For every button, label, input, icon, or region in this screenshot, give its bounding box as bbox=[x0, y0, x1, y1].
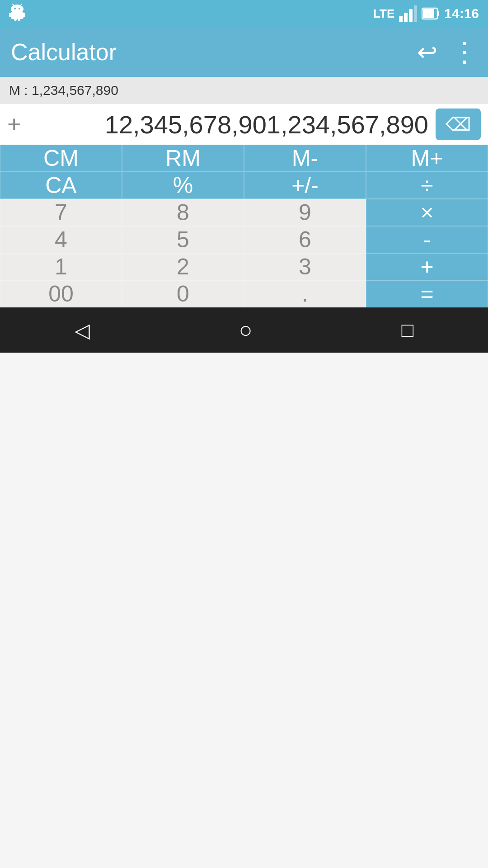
svg-rect-11 bbox=[404, 13, 408, 22]
three-button[interactable]: 3 bbox=[244, 253, 366, 280]
cm-button[interactable]: CM bbox=[0, 145, 122, 172]
home-nav-button[interactable]: ○ bbox=[239, 317, 253, 343]
svg-rect-16 bbox=[423, 9, 434, 18]
backspace-button[interactable]: ⌫ bbox=[436, 108, 481, 140]
lte-label: LTE bbox=[373, 7, 394, 21]
four-button[interactable]: 4 bbox=[0, 226, 122, 253]
status-bar: LTE 14:16 bbox=[0, 0, 488, 27]
app-title: Calculator bbox=[11, 38, 117, 66]
app-bar-actions: ↩ ⋮ bbox=[417, 36, 477, 68]
more-menu-button[interactable]: ⋮ bbox=[451, 36, 477, 68]
battery-icon bbox=[422, 5, 440, 22]
calc-display: + 12,345,678,901,234,567,890 ⌫ bbox=[0, 104, 488, 145]
memory-value: M : 1,234,567,890 bbox=[9, 83, 118, 98]
svg-rect-13 bbox=[414, 5, 417, 22]
backspace-icon: ⌫ bbox=[446, 114, 471, 135]
svg-rect-10 bbox=[399, 16, 403, 22]
divide-button[interactable]: ÷ bbox=[366, 172, 488, 199]
memory-add-display-button[interactable]: + bbox=[7, 111, 30, 138]
svg-line-9 bbox=[20, 4, 22, 6]
svg-rect-12 bbox=[409, 9, 413, 22]
svg-point-6 bbox=[14, 8, 16, 9]
two-button[interactable]: 2 bbox=[122, 253, 244, 280]
multiply-button[interactable]: × bbox=[366, 199, 488, 226]
signal-icon bbox=[399, 5, 417, 22]
svg-rect-3 bbox=[23, 13, 25, 17]
svg-rect-2 bbox=[9, 13, 12, 17]
plus-minus-button[interactable]: +/- bbox=[244, 172, 366, 199]
status-time: 14:16 bbox=[444, 6, 479, 21]
equals-button[interactable]: = bbox=[366, 280, 488, 307]
m-minus-button[interactable]: M- bbox=[244, 145, 366, 172]
android-icon bbox=[7, 4, 27, 24]
svg-rect-4 bbox=[14, 17, 17, 21]
button-grid: CMRMM-M+CA%+/-÷789×456-123+000.= bbox=[0, 145, 488, 307]
undo-button[interactable]: ↩ bbox=[417, 38, 437, 66]
app-bar: Calculator ↩ ⋮ bbox=[0, 27, 488, 77]
five-button[interactable]: 5 bbox=[122, 226, 244, 253]
status-icons: LTE 14:16 bbox=[373, 5, 479, 22]
rm-button[interactable]: RM bbox=[122, 145, 244, 172]
plus-button[interactable]: + bbox=[366, 253, 488, 280]
svg-rect-1 bbox=[11, 12, 23, 19]
one-button[interactable]: 1 bbox=[0, 253, 122, 280]
svg-line-8 bbox=[13, 4, 14, 6]
eight-button[interactable]: 8 bbox=[122, 199, 244, 226]
bottom-nav: ◁ ○ □ bbox=[0, 307, 488, 353]
decimal-button[interactable]: . bbox=[244, 280, 366, 307]
nine-button[interactable]: 9 bbox=[244, 199, 366, 226]
six-button[interactable]: 6 bbox=[244, 226, 366, 253]
memory-display: M : 1,234,567,890 bbox=[0, 77, 488, 104]
minus-button[interactable]: - bbox=[366, 226, 488, 253]
ca-button[interactable]: CA bbox=[0, 172, 122, 199]
svg-rect-5 bbox=[18, 17, 20, 21]
svg-rect-15 bbox=[437, 11, 439, 16]
percent-button[interactable]: % bbox=[122, 172, 244, 199]
zero-button[interactable]: 0 bbox=[122, 280, 244, 307]
svg-point-7 bbox=[19, 8, 20, 9]
m-plus-button[interactable]: M+ bbox=[366, 145, 488, 172]
double-zero-button[interactable]: 00 bbox=[0, 280, 122, 307]
seven-button[interactable]: 7 bbox=[0, 199, 122, 226]
recent-nav-button[interactable]: □ bbox=[402, 319, 414, 341]
display-number: 12,345,678,901,234,567,890 bbox=[37, 110, 428, 139]
back-nav-button[interactable]: ◁ bbox=[75, 319, 90, 342]
